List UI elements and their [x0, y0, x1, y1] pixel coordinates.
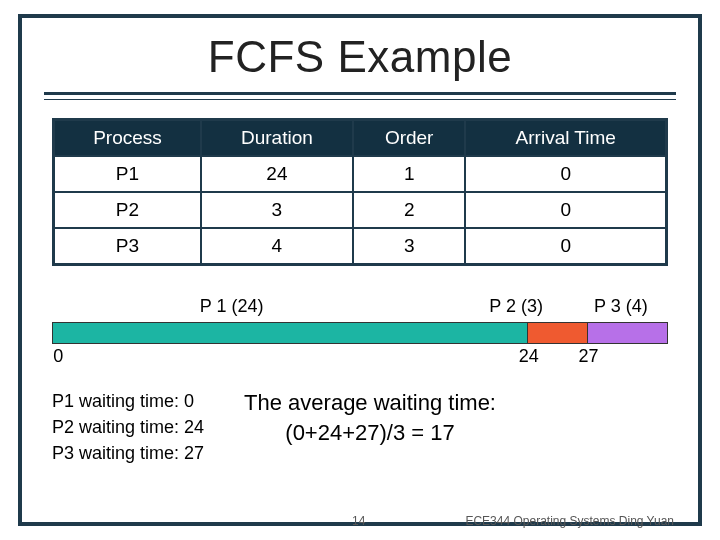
wait-p3: P3 waiting time: 27	[52, 440, 204, 466]
cell-process: P3	[54, 228, 201, 265]
wait-p1: P1 waiting time: 0	[52, 388, 204, 414]
slide-frame: FCFS Example Process Duration Order Arri…	[18, 14, 702, 526]
cell-duration: 24	[201, 156, 353, 192]
cell-order: 3	[353, 228, 466, 265]
gantt-seg-p3	[588, 323, 667, 343]
tick-0: 0	[53, 346, 63, 367]
cell-arrival: 0	[465, 228, 666, 265]
gantt-chart: P 1 (24) P 2 (3) P 3 (4) 0 24 27	[52, 296, 668, 370]
gantt-label-p2: P 2 (3)	[489, 296, 543, 317]
content-area: Process Duration Order Arrival Time P1 2…	[22, 100, 698, 466]
gantt-top-labels: P 1 (24) P 2 (3) P 3 (4)	[52, 296, 668, 322]
divider-thick	[44, 92, 676, 95]
avg-line-1: The average waiting time:	[244, 388, 496, 418]
gantt-ticks: 0 24 27	[52, 346, 668, 370]
gantt-label-p1: P 1 (24)	[200, 296, 264, 317]
col-order: Order	[353, 120, 466, 157]
table-row: P3 4 3 0	[54, 228, 667, 265]
table-row: P1 24 1 0	[54, 156, 667, 192]
waiting-times-area: P1 waiting time: 0 P2 waiting time: 24 P…	[52, 388, 668, 466]
gantt-seg-p1	[53, 323, 528, 343]
cell-process: P1	[54, 156, 201, 192]
cell-duration: 3	[201, 192, 353, 228]
avg-line-2: (0+24+27)/3 = 17	[244, 418, 496, 448]
process-table: Process Duration Order Arrival Time P1 2…	[52, 118, 668, 266]
cell-process: P2	[54, 192, 201, 228]
col-arrival: Arrival Time	[465, 120, 666, 157]
gantt-label-p3: P 3 (4)	[594, 296, 648, 317]
cell-arrival: 0	[465, 192, 666, 228]
col-duration: Duration	[201, 120, 353, 157]
cell-order: 1	[353, 156, 466, 192]
cell-arrival: 0	[465, 156, 666, 192]
wait-p2: P2 waiting time: 24	[52, 414, 204, 440]
cell-duration: 4	[201, 228, 353, 265]
waiting-times-list: P1 waiting time: 0 P2 waiting time: 24 P…	[52, 388, 204, 466]
page-number: 14	[352, 514, 365, 528]
gantt-bar	[52, 322, 668, 344]
cell-order: 2	[353, 192, 466, 228]
course-info: ECE344 Operating Systems Ding Yuan	[465, 514, 674, 528]
avg-waiting-time: The average waiting time: (0+24+27)/3 = …	[244, 388, 496, 447]
table-row: P2 3 2 0	[54, 192, 667, 228]
gantt-seg-p2	[528, 323, 588, 343]
table-header-row: Process Duration Order Arrival Time	[54, 120, 667, 157]
slide-title: FCFS Example	[22, 32, 698, 82]
tick-27: 27	[579, 346, 599, 367]
col-process: Process	[54, 120, 201, 157]
tick-24: 24	[519, 346, 539, 367]
